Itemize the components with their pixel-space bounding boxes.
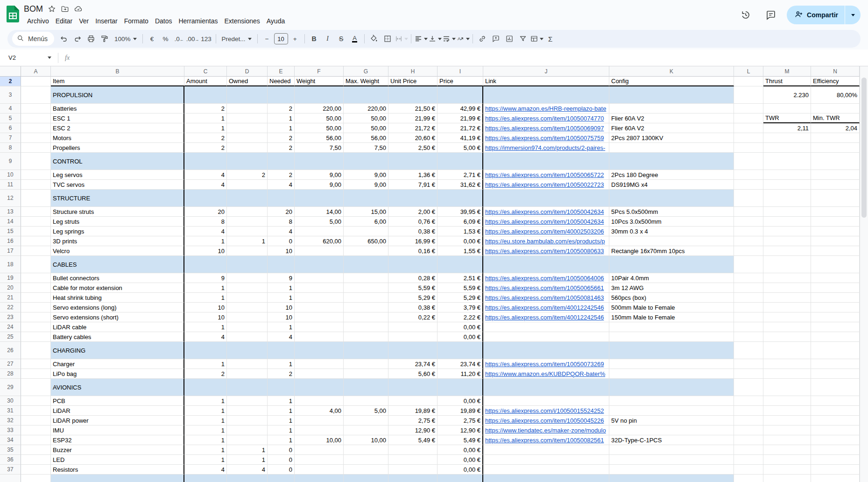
cell-E8[interactable]: 2 bbox=[268, 143, 295, 153]
cell-E2[interactable]: Needed bbox=[268, 77, 295, 86]
cell-I14[interactable]: 6,09 € bbox=[438, 217, 483, 227]
cell-G32[interactable] bbox=[344, 416, 388, 425]
cell-E26[interactable] bbox=[268, 342, 295, 359]
cell-H22[interactable]: 0,38 € bbox=[388, 303, 438, 312]
cell-N4[interactable] bbox=[811, 104, 860, 113]
cell-M24[interactable] bbox=[763, 322, 811, 332]
cell-D24[interactable] bbox=[227, 322, 268, 332]
cell-K11[interactable]: DS919MG x4 bbox=[609, 180, 734, 190]
cell-B12[interactable]: STRUCTURE bbox=[51, 190, 184, 207]
cell-B14[interactable]: Leg struts bbox=[51, 217, 184, 227]
cell-B22[interactable]: Servo extensions (long) bbox=[51, 303, 184, 312]
cell-A28[interactable] bbox=[21, 369, 51, 379]
cell-D25[interactable] bbox=[227, 332, 268, 342]
cell-J17[interactable]: https://es.aliexpress.com/item/100500806… bbox=[483, 246, 609, 256]
cell-E4[interactable]: 2 bbox=[268, 104, 295, 113]
increase-font-size-button[interactable]: + bbox=[289, 32, 302, 45]
cell-B26[interactable]: CHARGING bbox=[51, 342, 184, 359]
cell-N9[interactable] bbox=[811, 153, 860, 170]
cell-F5[interactable]: 50,00 bbox=[295, 113, 344, 123]
cell-D21[interactable] bbox=[227, 293, 268, 303]
cell-A21[interactable] bbox=[21, 293, 51, 303]
row-header-29[interactable]: 29 bbox=[0, 379, 21, 396]
cell-J12[interactable] bbox=[483, 190, 609, 207]
link-cell-32[interactable]: https://es.aliexpress.com/item/100500452… bbox=[485, 417, 604, 424]
cell-I2[interactable]: Price bbox=[438, 77, 483, 86]
cell-J31[interactable]: https://es.aliexpress.com/i/100500155242… bbox=[483, 406, 609, 416]
cell-F32[interactable] bbox=[295, 416, 344, 425]
cell-B8[interactable]: Propellers bbox=[51, 143, 184, 153]
cell-N31[interactable] bbox=[811, 406, 860, 416]
cell-C27[interactable]: 1 bbox=[184, 359, 227, 369]
cell-J27[interactable]: https://es.aliexpress.com/item/100500732… bbox=[483, 359, 609, 369]
cell-K15[interactable]: 30mm 0.3 x 4 bbox=[609, 227, 734, 236]
cell-C13[interactable]: 20 bbox=[184, 207, 227, 217]
cell-F17[interactable] bbox=[295, 246, 344, 256]
cell-M3[interactable]: 2.230 bbox=[763, 86, 811, 104]
cell-K21[interactable]: 560pcs (box) bbox=[609, 293, 734, 303]
cell-K31[interactable] bbox=[609, 406, 734, 416]
cell-M7[interactable] bbox=[763, 133, 811, 143]
cell-M10[interactable] bbox=[763, 170, 811, 180]
cell-D37[interactable]: 4 bbox=[227, 465, 268, 475]
cell-H36[interactable] bbox=[388, 455, 438, 465]
cell-G28[interactable] bbox=[344, 369, 388, 379]
cell-J24[interactable] bbox=[483, 322, 609, 332]
undo-button[interactable] bbox=[57, 32, 71, 45]
cell-K9[interactable] bbox=[609, 153, 734, 170]
menu-insertar[interactable]: Insertar bbox=[92, 16, 120, 26]
cell-N[interactable] bbox=[811, 475, 860, 482]
cell-K27[interactable] bbox=[609, 359, 734, 369]
cell-D30[interactable] bbox=[227, 396, 268, 406]
cell-F16[interactable]: 620,00 bbox=[295, 236, 344, 246]
cell-G16[interactable]: 650,00 bbox=[344, 236, 388, 246]
cell-C32[interactable]: 1 bbox=[184, 416, 227, 425]
paint-format-icon[interactable] bbox=[98, 32, 111, 45]
cell-E23[interactable]: 10 bbox=[268, 312, 295, 322]
cell-E32[interactable]: 1 bbox=[268, 416, 295, 425]
cell-J23[interactable]: https://es.aliexpress.com/item/400122425… bbox=[483, 312, 609, 322]
cell-F20[interactable] bbox=[295, 283, 344, 293]
cell-K34[interactable]: 32D-Type-C-1PCS bbox=[609, 435, 734, 445]
cell-E16[interactable]: 0 bbox=[268, 236, 295, 246]
link-cell-21[interactable]: https://es.aliexpress.com/item/100500814… bbox=[485, 294, 604, 301]
cell-C16[interactable]: 1 bbox=[184, 236, 227, 246]
cell-G8[interactable]: 7,50 bbox=[344, 143, 388, 153]
cell-D35[interactable]: 1 bbox=[227, 445, 268, 455]
cell-H29[interactable] bbox=[388, 379, 438, 396]
link-cell-7[interactable]: https://es.aliexpress.com/item/100500757… bbox=[485, 135, 604, 142]
cell-F26[interactable] bbox=[295, 342, 344, 359]
link-cell-23[interactable]: https://es.aliexpress.com/item/400122425… bbox=[485, 314, 604, 321]
cell-M28[interactable] bbox=[763, 369, 811, 379]
cell-K5[interactable]: Flier 60A V2 bbox=[609, 113, 734, 123]
cell-F22[interactable] bbox=[295, 303, 344, 312]
cell-L8[interactable] bbox=[734, 143, 763, 153]
cell-I37[interactable]: 0,00 € bbox=[438, 465, 483, 475]
cell-H[interactable] bbox=[388, 475, 438, 482]
cell-J9[interactable] bbox=[483, 153, 609, 170]
cell-D27[interactable] bbox=[227, 359, 268, 369]
cell-K32[interactable]: 5V no pin bbox=[609, 416, 734, 425]
cell-I6[interactable]: 21,72 € bbox=[438, 123, 483, 133]
cell-E21[interactable]: 1 bbox=[268, 293, 295, 303]
functions-button[interactable]: Σ bbox=[544, 32, 557, 45]
cell-I7[interactable]: 41,19 € bbox=[438, 133, 483, 143]
cell-K12[interactable] bbox=[609, 190, 734, 207]
cell-C29[interactable] bbox=[184, 379, 227, 396]
row-header-32[interactable]: 32 bbox=[0, 416, 21, 425]
cloud-saved-icon[interactable] bbox=[74, 5, 83, 13]
cell-H2[interactable]: Unit Price bbox=[388, 77, 438, 86]
cell-N24[interactable] bbox=[811, 322, 860, 332]
cell-G17[interactable] bbox=[344, 246, 388, 256]
cell-G18[interactable] bbox=[344, 256, 388, 273]
cell-D31[interactable] bbox=[227, 406, 268, 416]
cell-H13[interactable]: 2,00 € bbox=[388, 207, 438, 217]
cell-F2[interactable]: Weight bbox=[295, 77, 344, 86]
comments-icon[interactable] bbox=[762, 6, 780, 24]
cell-B19[interactable]: Bullet connectors bbox=[51, 273, 184, 283]
cell-A19[interactable] bbox=[21, 273, 51, 283]
cell-N26[interactable] bbox=[811, 342, 860, 359]
zoom-control[interactable]: 100% bbox=[112, 32, 140, 45]
cell-G24[interactable] bbox=[344, 322, 388, 332]
cell-D16[interactable]: 1 bbox=[227, 236, 268, 246]
